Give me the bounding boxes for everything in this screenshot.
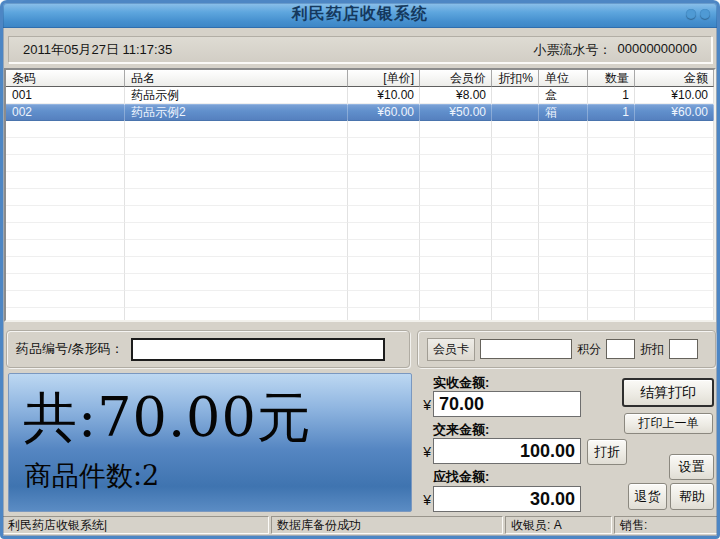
- window-controls: [686, 9, 710, 19]
- points-input[interactable]: [606, 339, 635, 359]
- help-button[interactable]: 帮助: [670, 483, 714, 510]
- column-header-name[interactable]: 品名: [125, 70, 348, 87]
- column-header-discount[interactable]: 折扣%: [492, 70, 539, 87]
- receipt-number-value: 00000000000: [617, 41, 697, 59]
- column-header-member-price[interactable]: 会员价: [420, 70, 492, 87]
- refund-button[interactable]: 退货: [628, 483, 667, 510]
- resize-grip-icon[interactable]: [713, 531, 715, 533]
- close-icon[interactable]: [700, 9, 710, 19]
- discount-input[interactable]: [669, 339, 698, 359]
- column-header-qty[interactable]: 数量: [588, 70, 635, 87]
- print-last-order-button[interactable]: 打印上一单: [624, 413, 713, 434]
- datetime-text: 2011年05月27日 11:17:35: [23, 41, 172, 59]
- table-row[interactable]: 001药品示例¥10.00¥8.00盒1¥10.00: [6, 87, 714, 104]
- status-app-name: 利民药店收银系统|: [2, 516, 269, 534]
- yen-symbol-received: ¥: [416, 397, 431, 413]
- table-row: [6, 308, 714, 322]
- status-message: 数据库备份成功: [271, 516, 503, 534]
- tendered-amount-label: 交来金额:: [433, 421, 489, 439]
- table-body: 001药品示例¥10.00¥8.00盒1¥10.00002药品示例2¥60.00…: [6, 87, 714, 322]
- item-count-text: 商品件数:2: [25, 458, 159, 494]
- points-label: 积分: [577, 341, 601, 358]
- yen-symbol-tendered: ¥: [416, 444, 431, 460]
- column-header-price[interactable]: [单价]: [348, 70, 420, 87]
- received-amount-label: 实收金额:: [433, 374, 489, 392]
- table-row: [6, 155, 714, 172]
- date-bar: 2011年05月27日 11:17:35 小票流水号： 00000000000: [8, 36, 712, 63]
- receipt-number-label: 小票流水号：: [533, 41, 611, 59]
- member-card-input[interactable]: [480, 339, 572, 359]
- yen-symbol-change: ¥: [416, 492, 431, 508]
- barcode-groupbox: 药品编号/条形码：: [6, 330, 410, 368]
- member-card-button[interactable]: 会员卡: [427, 338, 475, 361]
- items-table: 条码 品名 [单价] 会员价 折扣% 单位 数量 金额 001药品示例¥10.0…: [4, 68, 716, 322]
- barcode-input[interactable]: [131, 338, 385, 361]
- discount-label: 折扣: [640, 341, 664, 358]
- table-row: [6, 189, 714, 206]
- tendered-amount-input[interactable]: [433, 438, 581, 464]
- received-amount-input[interactable]: [433, 391, 581, 417]
- column-header-barcode[interactable]: 条码: [6, 70, 125, 87]
- status-cashier: 收银员: A: [505, 516, 612, 534]
- table-row: [6, 223, 714, 240]
- table-row: [6, 291, 714, 308]
- change-amount-label: 应找金额:: [433, 468, 489, 486]
- table-row: [6, 138, 714, 155]
- table-row: [6, 274, 714, 291]
- change-amount-input[interactable]: [433, 486, 581, 512]
- total-amount-text: 共:70.00元: [23, 382, 312, 455]
- status-bar: 利民药店收银系统| 数据库备份成功 收银员: A 销售:: [2, 516, 718, 536]
- barcode-label: 药品编号/条形码：: [16, 340, 124, 358]
- table-row: [6, 257, 714, 274]
- table-row[interactable]: 002药品示例2¥60.00¥50.00箱1¥60.00: [6, 104, 714, 121]
- table-row: [6, 172, 714, 189]
- status-sales: 销售:: [614, 516, 718, 534]
- settle-print-button[interactable]: 结算打印: [622, 378, 714, 407]
- table-row: [6, 206, 714, 223]
- receipt-number-group: 小票流水号： 00000000000: [533, 41, 697, 59]
- table-header: 条码 品名 [单价] 会员价 折扣% 单位 数量 金额: [6, 70, 714, 87]
- column-header-amount[interactable]: 金额: [635, 70, 714, 87]
- member-groupbox: 会员卡 积分 折扣: [417, 330, 716, 368]
- apply-discount-button[interactable]: 打折: [587, 439, 627, 465]
- column-header-unit[interactable]: 单位: [539, 70, 588, 87]
- app-window: 利民药店收银系统 2011年05月27日 11:17:35 小票流水号： 000…: [0, 0, 720, 539]
- table-row: [6, 240, 714, 257]
- settings-button[interactable]: 设置: [669, 454, 714, 480]
- title-bar[interactable]: 利民药店收银系统: [0, 0, 720, 28]
- total-display: 共:70.00元 商品件数:2: [8, 373, 412, 512]
- table-row: [6, 121, 714, 138]
- window-title: 利民药店收银系统: [0, 0, 720, 27]
- minimize-icon[interactable]: [686, 9, 696, 19]
